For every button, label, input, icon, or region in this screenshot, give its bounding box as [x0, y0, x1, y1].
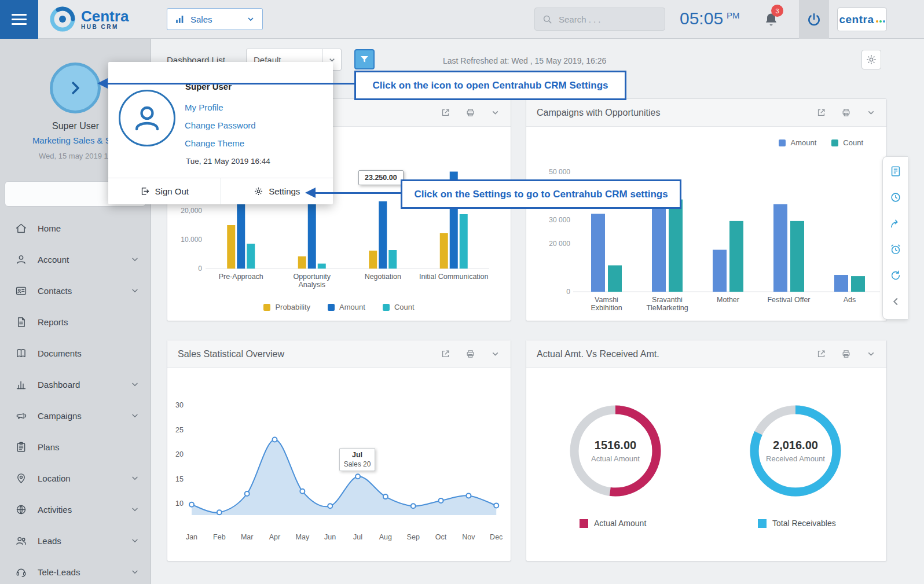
print-icon[interactable] [841, 108, 851, 117]
filter-button[interactable] [354, 49, 375, 69]
activities-icon [15, 504, 27, 516]
sidebar-item-contacts[interactable]: Contacts [0, 275, 151, 306]
svg-text:20,000: 20,000 [181, 207, 202, 215]
tooltip-value: Sales 20 [340, 460, 375, 468]
search-input[interactable] [559, 14, 658, 24]
data-point [217, 510, 222, 515]
data-point [466, 493, 471, 498]
pipeline-legend: ProbabilityAmountCount [167, 303, 511, 311]
svg-text:Opportunity: Opportunity [293, 273, 331, 281]
svg-text:Analysis: Analysis [298, 281, 325, 289]
dashboard-settings-button[interactable] [861, 50, 881, 69]
campaigns-icon [15, 410, 27, 422]
settings-button[interactable]: Settings [221, 178, 333, 204]
sign-out-button[interactable]: Sign Out [108, 178, 221, 204]
print-icon[interactable] [465, 108, 475, 117]
history-icon[interactable] [889, 191, 902, 204]
rotate-360-icon[interactable] [889, 269, 902, 282]
data-point [383, 494, 388, 499]
location-icon [15, 472, 27, 484]
sidebar-item-tele-leads[interactable]: Tele-Leads [0, 556, 151, 584]
sidebar-item-home[interactable]: Home [0, 212, 151, 244]
legend-item: Amount [779, 138, 816, 147]
legend-item: Total Receivables [758, 519, 836, 528]
svg-text:20: 20 [175, 450, 184, 458]
bar [247, 244, 255, 269]
chevron-down-icon[interactable] [490, 108, 500, 117]
sidebar-item-documents[interactable]: Documents [0, 337, 151, 369]
report-icon[interactable] [889, 165, 902, 178]
legend-item: Probability [263, 303, 310, 311]
external-link-icon[interactable] [441, 349, 450, 359]
logo-title: Centra [81, 9, 129, 24]
bar [591, 214, 605, 292]
print-icon[interactable] [841, 349, 851, 359]
sidebar-item-campaigns[interactable]: Campaigns [0, 400, 151, 431]
plans-icon [15, 441, 27, 453]
bar [298, 256, 306, 269]
card-sales-statistical-overview: Sales Statistical Overview 1015202530Jan… [167, 340, 511, 561]
home-icon [15, 222, 27, 234]
donut-value: 1516.00 [595, 439, 636, 452]
sidebar-item-label: Reports [38, 317, 68, 327]
sidebar-item-dashboard[interactable]: Dashboard [0, 369, 151, 400]
svg-text:0: 0 [198, 265, 202, 273]
chevron-down-icon[interactable] [490, 349, 500, 359]
menu-item-change-theme[interactable]: Change Theme [185, 137, 256, 149]
sidebar-item-location[interactable]: Location [0, 462, 151, 494]
sidebar-item-account[interactable]: Account [0, 244, 151, 275]
svg-text:50 000: 50 000 [549, 168, 570, 176]
chevron-down-icon [130, 255, 140, 264]
header-clock: 05:05 PM [680, 8, 740, 30]
svg-text:Initial Communication: Initial Communication [419, 273, 489, 281]
sidebar-item-reports[interactable]: Reports [0, 306, 151, 337]
power-icon [806, 12, 822, 27]
external-link-icon[interactable] [816, 349, 826, 359]
annotation-settings-tip: Click on the Settings to go to Centrahub… [401, 179, 681, 209]
card-title: Sales Statistical Overview [178, 349, 284, 359]
bar [440, 233, 448, 269]
bar [652, 197, 666, 292]
chevron-down-icon[interactable] [866, 108, 876, 117]
external-link-icon[interactable] [441, 108, 450, 117]
hamburger-menu-button[interactable] [0, 0, 38, 39]
annotation-arrow [316, 192, 401, 194]
data-point [328, 504, 332, 508]
user-menu-datetime: Tue, 21 May 2019 16:44 [186, 157, 270, 166]
sidebar-item-leads[interactable]: Leads [0, 525, 151, 556]
app-logo: Centra HUB CRM [49, 5, 129, 33]
sidebar-item-activities[interactable]: Activities [0, 494, 151, 525]
module-select-value: Sales [190, 14, 212, 24]
user-avatar[interactable] [50, 63, 101, 113]
svg-text:10.000: 10.000 [181, 236, 202, 244]
sidebar-nav: HomeAccountContactsReportsDocumentsDashb… [0, 212, 151, 584]
collapse-rail-icon[interactable] [889, 295, 902, 308]
sidebar-item-label: Campaigns [38, 411, 82, 421]
alarm-icon[interactable] [889, 243, 902, 256]
notifications-button[interactable]: 3 [763, 9, 780, 29]
menu-item-change-password[interactable]: Change Password [185, 119, 256, 131]
bar [773, 204, 787, 292]
chevron-down-icon[interactable] [866, 349, 876, 359]
menu-item-my-profile[interactable]: My Profile [185, 101, 256, 113]
bar [369, 251, 377, 269]
global-search [534, 8, 665, 31]
last-refreshed-text: Last Refreshed at: Wed , 15 May 2019, 16… [443, 56, 606, 65]
svg-text:Exbihition: Exbihition [591, 304, 622, 312]
svg-text:Nov: Nov [462, 533, 475, 541]
sidebar-item-label: Account [38, 255, 69, 265]
settings-label: Settings [269, 186, 300, 196]
card-campaigns-opportunities: Campaigns with Opportunities AmountCount… [526, 98, 887, 321]
module-select[interactable]: Sales [167, 8, 263, 30]
sidebar-item-plans[interactable]: Plans [0, 431, 151, 462]
svg-text:Jun: Jun [324, 533, 336, 541]
chevron-down-icon [130, 286, 140, 295]
share-icon[interactable] [889, 217, 902, 230]
print-icon[interactable] [465, 349, 475, 359]
external-link-icon[interactable] [816, 108, 826, 117]
svg-text:20 000: 20 000 [549, 240, 570, 248]
account-icon [15, 254, 27, 266]
card-title: Campaigns with Opportunities [537, 108, 660, 118]
search-icon [542, 14, 553, 25]
logout-power-button[interactable] [799, 0, 829, 39]
